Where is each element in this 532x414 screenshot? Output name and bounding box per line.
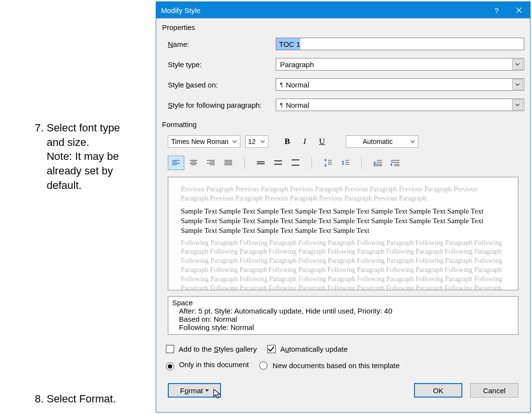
titlebar[interactable]: Modify Style ? — [156, 2, 530, 18]
size-value: 12 — [248, 138, 257, 145]
separator — [361, 157, 362, 169]
annotation-step-8: 8. Select Format. — [35, 392, 116, 406]
chevron-down-icon — [229, 136, 240, 147]
new-docs-radio[interactable]: New documents based on this template — [259, 360, 399, 370]
linespace-1-icon — [256, 160, 266, 166]
fontcolor-combo[interactable]: Automatic — [346, 135, 418, 148]
fontcolor-value: Automatic — [351, 138, 404, 145]
preview-previous: Previous Paragraph Previous Paragraph Pr… — [181, 185, 505, 203]
dialog-footer: Format OK Cancel — [168, 383, 518, 398]
styletype-label: Style type: — [168, 60, 272, 69]
checkbox-row: Add to the Styles gallery Automatically … — [166, 343, 524, 353]
following-combo[interactable]: ¶ Normal — [276, 99, 524, 111]
preview-sample: Sample Text Sample Text Sample Text Samp… — [181, 206, 505, 236]
increase-indent-icon — [390, 159, 400, 167]
linespace-2-icon — [291, 159, 300, 167]
radio-icon — [259, 361, 267, 370]
only-this-doc-radio[interactable]: Only in this document — [166, 360, 249, 369]
radio-icon — [166, 362, 174, 371]
checkbox-icon — [267, 345, 276, 353]
properties-heading: Properties — [162, 23, 524, 31]
basedon-label: Style based on: — [168, 81, 272, 89]
svg-marker-40 — [205, 389, 209, 392]
underline-button[interactable]: U — [316, 135, 328, 148]
space-after-icon — [340, 158, 350, 167]
desc-line-1: Space — [172, 299, 514, 307]
preview-box: Previous Paragraph Previous Paragraph Pr… — [168, 177, 518, 290]
align-right-icon — [207, 159, 215, 166]
svg-marker-41 — [214, 389, 220, 398]
style-description: Space After: 5 pt, Style: Automatically … — [168, 296, 518, 335]
align-center-button[interactable] — [185, 156, 202, 170]
cancel-button[interactable]: Cancel — [470, 383, 518, 398]
add-to-gallery-checkbox[interactable]: Add to the Styles gallery — [166, 343, 257, 353]
pilcrow-icon: ¶ — [280, 81, 283, 88]
space-before-icon — [323, 158, 333, 167]
radio-row: Only in this document New documents base… — [166, 360, 524, 370]
italic-button[interactable]: I — [298, 135, 311, 148]
desc-line-3: Based on: Normal — [179, 315, 514, 323]
chevron-down-icon — [512, 100, 523, 110]
align-justify-button[interactable] — [220, 156, 236, 170]
font-combo[interactable]: Times New Roman — [168, 135, 240, 148]
basedon-row: Style based on: ¶ Normal — [168, 78, 524, 91]
svg-marker-39 — [391, 163, 393, 166]
align-left-icon — [172, 159, 180, 166]
desc-line-2: After: 5 pt, Style: Automatically update… — [179, 307, 514, 315]
close-button[interactable] — [508, 2, 530, 18]
formatting-heading: Formatting — [162, 120, 524, 128]
size-combo[interactable]: 12 — [245, 135, 268, 148]
increase-indent-button[interactable] — [387, 156, 403, 170]
styletype-row: Style type: Paragraph — [168, 58, 524, 71]
annotation-step-7: 7. Select font type and size. Note: It m… — [35, 121, 148, 192]
font-value: Times New Roman — [171, 138, 229, 145]
align-right-button[interactable] — [203, 156, 219, 170]
chevron-down-icon — [407, 136, 418, 147]
basedon-value: Normal — [286, 81, 509, 89]
formatting-toolbar-2 — [168, 156, 524, 170]
linespace-2-button[interactable] — [287, 156, 304, 170]
svg-marker-34 — [373, 161, 375, 164]
help-button[interactable]: ? — [486, 2, 508, 18]
separator — [244, 157, 245, 169]
formatting-toolbar-1: Times New Roman 12 B I U Automatic — [168, 135, 524, 148]
caret-down-icon — [205, 389, 209, 392]
cursor-icon — [213, 389, 222, 400]
checkbox-icon — [166, 345, 174, 353]
space-before-button[interactable] — [320, 156, 336, 170]
name-input[interactable] — [276, 38, 524, 50]
pilcrow-icon: ¶ — [280, 101, 283, 109]
bold-button[interactable]: B — [281, 135, 294, 148]
ok-button[interactable]: OK — [414, 383, 462, 398]
format-button[interactable]: Format — [168, 383, 221, 398]
name-row: Name: — [168, 38, 524, 50]
linespace-15-icon — [273, 159, 283, 166]
basedon-combo[interactable]: ¶ Normal — [276, 78, 524, 91]
align-left-button[interactable] — [168, 156, 184, 170]
styletype-value: Paragraph — [280, 60, 509, 69]
close-icon — [516, 7, 522, 13]
chevron-down-icon — [257, 136, 268, 147]
space-after-button[interactable] — [337, 156, 354, 170]
styletype-combo[interactable]: Paragraph — [276, 58, 524, 71]
chevron-down-icon — [512, 59, 523, 70]
modify-style-dialog: Modify Style ? Properties Name: Style ty… — [156, 1, 531, 413]
linespace-15-button[interactable] — [270, 156, 286, 170]
window-title: Modify Style — [161, 6, 201, 14]
separator — [311, 157, 312, 169]
name-label: Name: — [168, 40, 272, 48]
decrease-indent-button[interactable] — [369, 156, 386, 170]
desc-line-4: Following style: Normal — [179, 323, 514, 331]
following-row: Style for following paragraph: ¶ Normal — [168, 99, 524, 111]
align-center-icon — [189, 159, 198, 166]
preview-following: Following Paragraph Following Paragraph … — [181, 239, 505, 290]
decrease-indent-icon — [372, 159, 383, 167]
linespace-1-button[interactable] — [252, 156, 269, 170]
following-label: Style for following paragraph: — [168, 101, 272, 109]
align-justify-icon — [224, 159, 233, 166]
following-value: Normal — [286, 101, 509, 109]
chevron-down-icon — [512, 79, 523, 90]
auto-update-checkbox[interactable]: Automatically update — [267, 343, 348, 353]
